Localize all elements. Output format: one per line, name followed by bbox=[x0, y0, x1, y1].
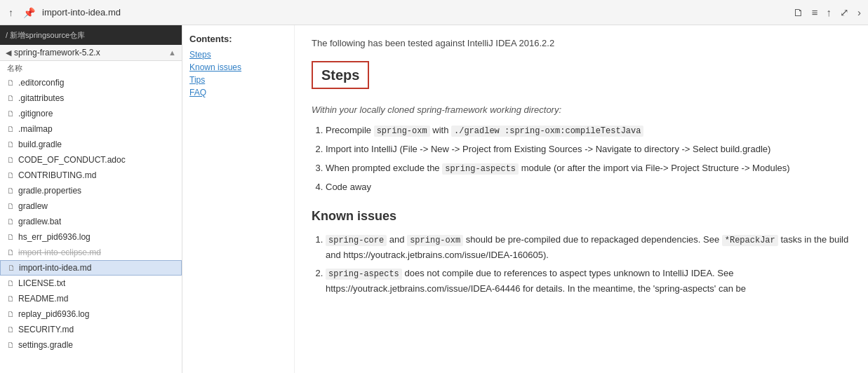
file-name: gradlew bbox=[18, 201, 48, 211]
file-icon: 🗋 bbox=[7, 248, 15, 257]
collapse-icon[interactable]: ▲ bbox=[168, 48, 176, 57]
file-name: gradlew.bat bbox=[18, 217, 61, 226]
file-icon: 🗋 bbox=[7, 125, 15, 133]
file-item[interactable]: 🗋.gitignore bbox=[0, 106, 182, 121]
toc-item[interactable]: Steps bbox=[189, 50, 287, 60]
file-name: CODE_OF_CONDUCT.adoc bbox=[18, 155, 126, 165]
step-4: Code away bbox=[326, 180, 851, 195]
file-icon: 🗋 bbox=[7, 310, 15, 318]
known-issue-1: spring-core and spring-oxm should be pre… bbox=[326, 233, 851, 262]
file-name: README.md bbox=[18, 294, 68, 304]
file-item[interactable]: 🗋gradle.properties bbox=[0, 183, 182, 198]
step-1: Precompile spring-oxm with ./gradlew :sp… bbox=[326, 123, 851, 138]
file-name: hs_err_pid6936.log bbox=[18, 232, 91, 242]
pin-button[interactable]: 📌 bbox=[20, 6, 38, 20]
folder-arrow: ◀ bbox=[6, 48, 11, 57]
file-icon: 🗋 bbox=[7, 279, 15, 287]
file-icon: 🗋 bbox=[7, 233, 15, 241]
known-issues-section: Known issues spring-core and spring-oxm … bbox=[312, 206, 851, 297]
toc-item[interactable]: Tips bbox=[189, 75, 287, 85]
file-name: CONTRIBUTING.md bbox=[18, 170, 96, 180]
file-name: import-into-eclipse.md bbox=[18, 247, 101, 257]
file-name: replay_pid6936.log bbox=[18, 309, 89, 319]
file-name: import-into-idea.md bbox=[19, 263, 91, 273]
file-name: build.gradle bbox=[18, 140, 62, 149]
toc-item[interactable]: Known issues bbox=[189, 62, 287, 72]
file-icon: 🗋 bbox=[7, 217, 15, 226]
steps-title: Steps bbox=[312, 61, 369, 89]
file-icon: 🗋 bbox=[7, 171, 15, 179]
content-area: Contents: StepsKnown issuesTipsFAQ The f… bbox=[182, 25, 868, 373]
file-icon: 🗋 bbox=[7, 79, 15, 87]
steps-list: Precompile spring-oxm with ./gradlew :sp… bbox=[326, 123, 851, 195]
sidebar-header: / 新增springsource仓库 bbox=[0, 25, 182, 45]
file-icon: 🗋 bbox=[7, 94, 15, 102]
file-item[interactable]: 🗋CODE_OF_CONDUCT.adoc bbox=[0, 152, 182, 168]
file-item[interactable]: 🗋gradlew bbox=[0, 198, 182, 214]
file-item[interactable]: 🗋.mailmap bbox=[0, 121, 182, 137]
file-item[interactable]: 🗋README.md bbox=[0, 291, 182, 306]
file-item[interactable]: 🗋.editorconfig bbox=[0, 75, 182, 90]
file-name: .gitattributes bbox=[18, 93, 64, 103]
file-icon: 🗋 bbox=[7, 156, 15, 164]
file-icon: 🗋 bbox=[7, 140, 15, 149]
toolbar-filename: import-into-idea.md bbox=[42, 7, 787, 18]
file-icon: 🗋 bbox=[7, 202, 15, 210]
file-name: .gitignore bbox=[18, 109, 53, 118]
up-arrow-button[interactable]: ↑ bbox=[6, 6, 16, 20]
toc-items: StepsKnown issuesTipsFAQ bbox=[189, 50, 287, 97]
file-icon: 🗋 bbox=[8, 264, 15, 272]
toc-panel: Contents: StepsKnown issuesTipsFAQ bbox=[182, 25, 295, 373]
file-name: .mailmap bbox=[18, 124, 53, 134]
file-item[interactable]: 🗋import-into-eclipse.md bbox=[0, 245, 182, 260]
toc-item[interactable]: FAQ bbox=[189, 88, 287, 97]
section-label: 名称 bbox=[0, 61, 182, 75]
file-item[interactable]: 🗋gradlew.bat bbox=[0, 214, 182, 229]
file-item[interactable]: 🗋replay_pid6936.log bbox=[0, 306, 182, 322]
toolbar-icon-group: 🗋 ≡ ↑ ⤢ › bbox=[792, 5, 862, 20]
main-layout: / 新增springsource仓库 ◀ spring-framework-5.… bbox=[0, 25, 868, 373]
step-2: Import into IntelliJ (File -> New -> Pro… bbox=[326, 142, 851, 157]
file-name: .editorconfig bbox=[18, 78, 64, 88]
file-item[interactable]: 🗋CONTRIBUTING.md bbox=[0, 168, 182, 183]
doc-panel: The following has been tested against In… bbox=[295, 25, 868, 373]
file-item[interactable]: 🗋.gitattributes bbox=[0, 90, 182, 106]
file-icon: 🗋 bbox=[7, 294, 15, 303]
file-item[interactable]: 🗋import-into-idea.md bbox=[0, 260, 182, 276]
known-issue-2: spring-aspects does not compile due to r… bbox=[326, 266, 851, 296]
known-issues-title: Known issues bbox=[312, 206, 851, 226]
file-list: 🗋.editorconfig🗋.gitattributes🗋.gitignore… bbox=[0, 75, 182, 373]
steps-section: Steps Within your locally cloned spring-… bbox=[312, 61, 851, 195]
step-3: When prompted exclude the spring-aspects… bbox=[326, 161, 851, 176]
toc-title: Contents: bbox=[189, 34, 287, 44]
sidebar-header-label: / 新增springsource仓库 bbox=[6, 30, 85, 41]
file-name: LICENSE.txt bbox=[18, 278, 65, 288]
folder-bar: ◀ spring-framework-5.2.x ▲ bbox=[0, 45, 182, 61]
file-item[interactable]: 🗋build.gradle bbox=[0, 137, 182, 152]
list-icon[interactable]: ≡ bbox=[810, 5, 820, 20]
file-icon: 🗋 bbox=[7, 109, 15, 118]
file-icon: 🗋 bbox=[7, 186, 15, 195]
new-file-icon[interactable]: 🗋 bbox=[792, 5, 805, 20]
file-name: gradle.properties bbox=[18, 186, 81, 196]
file-icon: 🗋 bbox=[7, 325, 15, 334]
share-icon[interactable]: ↑ bbox=[825, 5, 834, 20]
folder-title: spring-framework-5.2.x bbox=[14, 48, 100, 57]
expand-icon[interactable]: ⤢ bbox=[839, 5, 850, 20]
file-item[interactable]: 🗋hs_err_pid6936.log bbox=[0, 229, 182, 245]
known-issues-list: spring-core and spring-oxm should be pre… bbox=[326, 233, 851, 296]
file-item[interactable]: 🗋LICENSE.txt bbox=[0, 276, 182, 291]
steps-note: Within your locally cloned spring-framew… bbox=[312, 103, 851, 118]
file-item[interactable]: 🗋SECURITY.md bbox=[0, 322, 182, 337]
next-icon[interactable]: › bbox=[856, 5, 862, 20]
file-name: SECURITY.md bbox=[18, 325, 74, 334]
file-icon: 🗋 bbox=[7, 341, 15, 349]
doc-intro: The following has been tested against In… bbox=[312, 36, 851, 51]
toolbar: ↑ 📌 import-into-idea.md 🗋 ≡ ↑ ⤢ › bbox=[0, 0, 868, 25]
file-item[interactable]: 🗋settings.gradle bbox=[0, 337, 182, 353]
file-name: settings.gradle bbox=[18, 340, 73, 350]
sidebar: / 新增springsource仓库 ◀ spring-framework-5.… bbox=[0, 25, 182, 373]
